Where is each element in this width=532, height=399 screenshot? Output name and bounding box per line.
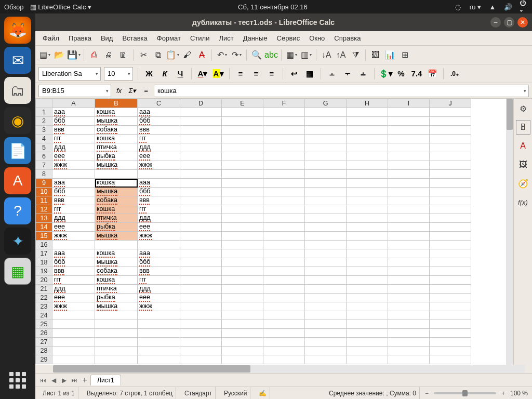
cell-G26[interactable] — [305, 329, 347, 338]
row-header-15[interactable]: 15 — [36, 232, 52, 241]
cell-E6[interactable] — [222, 152, 263, 161]
cell-C2[interactable]: ббб — [138, 117, 180, 126]
row-header-2[interactable]: 2 — [36, 117, 52, 126]
menu-tools[interactable]: Сервис — [273, 32, 304, 44]
cell-H24[interactable] — [347, 311, 388, 320]
cell-J23[interactable] — [430, 302, 471, 311]
cell-G15[interactable] — [305, 232, 347, 241]
tab-first-button[interactable]: ⏮ — [38, 376, 48, 385]
sum-button[interactable]: Σ ▾ — [127, 85, 138, 97]
cell-H17[interactable] — [347, 249, 388, 258]
dock-writer-icon[interactable]: 📄 — [4, 137, 31, 164]
cell-G18[interactable] — [305, 258, 347, 267]
cell-E18[interactable] — [222, 258, 263, 267]
cell-J18[interactable] — [430, 258, 471, 267]
cell-F16[interactable] — [263, 241, 305, 249]
cell-J8[interactable] — [430, 170, 471, 179]
cell-H29[interactable] — [347, 355, 388, 364]
cell-B9[interactable]: кошка — [95, 179, 138, 188]
cell-F10[interactable] — [263, 188, 305, 196]
cell-I23[interactable] — [388, 302, 430, 311]
cell-C15[interactable]: жжж — [138, 232, 180, 241]
cell-E14[interactable] — [222, 223, 263, 232]
dock-help-icon[interactable]: ? — [4, 197, 31, 224]
row-header-24[interactable]: 24 — [36, 311, 52, 320]
row-header-19[interactable]: 19 — [36, 267, 52, 276]
menu-window[interactable]: Окно — [305, 32, 329, 44]
menu-data[interactable]: Данные — [239, 32, 272, 44]
cell-B22[interactable]: рыбка — [95, 294, 138, 302]
cell-B5[interactable]: птичка — [95, 143, 138, 152]
close-button[interactable]: ✕ — [517, 17, 528, 28]
cell-D19[interactable] — [180, 267, 222, 276]
cell-B1[interactable]: кошка — [95, 108, 138, 117]
cell-E27[interactable] — [222, 338, 263, 347]
keyboard-layout-indicator[interactable]: ru ▾ — [470, 3, 481, 11]
cell-I21[interactable] — [388, 285, 430, 294]
sidebar-styles-icon[interactable]: A — [516, 139, 530, 153]
redo-button[interactable]: ↷ — [230, 49, 243, 61]
date-format-button[interactable]: 📅 — [426, 68, 438, 80]
cell-J21[interactable] — [430, 285, 471, 294]
cell-A27[interactable] — [52, 338, 95, 347]
menu-sheet[interactable]: Лист — [215, 32, 237, 44]
cell-D25[interactable] — [180, 320, 222, 329]
insert-chart-button[interactable]: 📊 — [384, 49, 396, 61]
sheet-tab-1[interactable]: Лист1 — [90, 375, 121, 385]
cell-C18[interactable]: ббб — [138, 258, 180, 267]
app-menu-indicator[interactable]: ▦ LibreOffice Calc ▾ — [30, 3, 91, 11]
cell-D23[interactable] — [180, 302, 222, 311]
cell-G21[interactable] — [305, 285, 347, 294]
cell-A23[interactable]: жжж — [52, 302, 95, 311]
wifi-icon[interactable]: ▲ — [488, 3, 497, 11]
cell-I28[interactable] — [388, 347, 430, 355]
zoom-slider[interactable] — [434, 392, 496, 394]
cell-F25[interactable] — [263, 320, 305, 329]
cell-B27[interactable] — [95, 338, 138, 347]
cell-E5[interactable] — [222, 143, 263, 152]
cell-D14[interactable] — [180, 223, 222, 232]
cell-I13[interactable] — [388, 214, 430, 223]
cell-J19[interactable] — [430, 267, 471, 276]
cell-A12[interactable]: ггг — [52, 205, 95, 214]
font-color-button[interactable]: A▾ — [196, 68, 209, 80]
cell-C21[interactable]: ддд — [138, 285, 180, 294]
menu-file[interactable]: Файл — [38, 32, 63, 44]
cell-H10[interactable] — [347, 188, 388, 196]
copy-button[interactable]: ⧉ — [152, 49, 164, 61]
cell-F11[interactable] — [263, 196, 305, 205]
cell-C19[interactable]: ввв — [138, 267, 180, 276]
cell-H6[interactable] — [347, 152, 388, 161]
cell-E24[interactable] — [222, 311, 263, 320]
column-header-F[interactable]: F — [263, 99, 305, 108]
zoom-out-button[interactable]: − — [425, 390, 429, 397]
cell-J16[interactable] — [430, 241, 471, 249]
name-box[interactable]: B9:B15▾ — [38, 85, 111, 97]
column-button[interactable]: ▥ — [300, 49, 312, 61]
print-button[interactable]: 🖨 — [102, 49, 115, 61]
cell-B2[interactable]: мышка — [95, 117, 138, 126]
cell-B4[interactable]: кошка — [95, 135, 138, 143]
cell-B11[interactable]: собака — [95, 196, 138, 205]
cell-B15[interactable]: мышка — [95, 232, 138, 241]
cell-I15[interactable] — [388, 232, 430, 241]
align-middle-button[interactable]: ⫟ — [341, 68, 354, 80]
activities-button[interactable]: Обзор — [4, 3, 24, 11]
cell-J26[interactable] — [430, 329, 471, 338]
cell-F14[interactable] — [263, 223, 305, 232]
cell-E1[interactable] — [222, 108, 263, 117]
cell-J3[interactable] — [430, 126, 471, 135]
dock-rhythmbox-icon[interactable]: ◉ — [4, 107, 31, 134]
cell-D1[interactable] — [180, 108, 222, 117]
paste-button[interactable]: 📋 — [166, 49, 179, 61]
cell-A25[interactable] — [52, 320, 95, 329]
cell-A29[interactable] — [52, 355, 95, 364]
cell-E2[interactable] — [222, 117, 263, 126]
tab-prev-button[interactable]: ◀ — [49, 376, 58, 385]
select-all-corner[interactable] — [36, 99, 52, 108]
cell-I12[interactable] — [388, 205, 430, 214]
font-size-combo[interactable]: 10▾ — [104, 67, 133, 81]
cell-F1[interactable] — [263, 108, 305, 117]
add-decimal-button[interactable]: .0₊ — [448, 68, 461, 80]
cell-B23[interactable]: мышка — [95, 302, 138, 311]
